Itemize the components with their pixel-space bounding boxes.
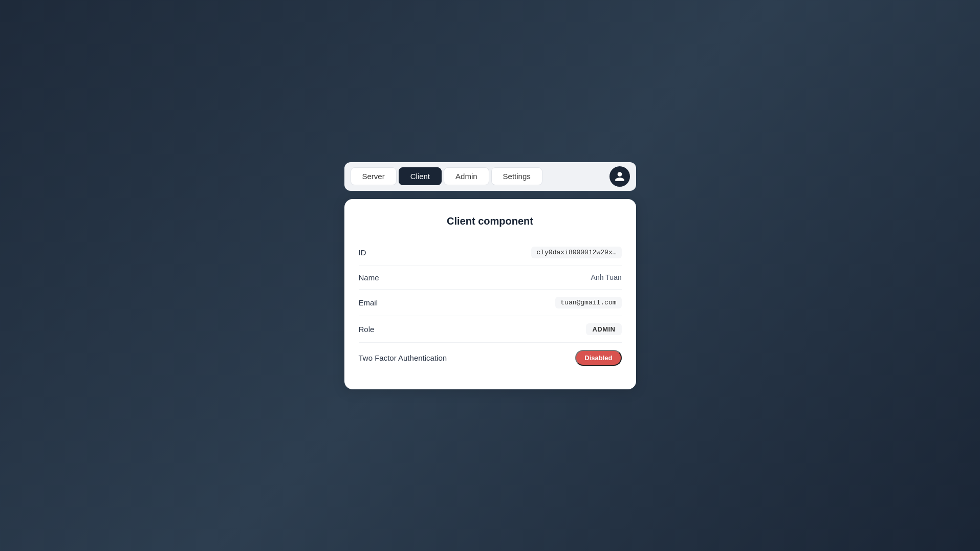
field-value-email: tuan@gmail.com xyxy=(555,297,621,308)
tab-admin[interactable]: Admin xyxy=(444,167,489,185)
content-card: Client component ID cly0daxi8000012w29x…… xyxy=(344,199,636,389)
field-row-id: ID cly0daxi8000012w29x… xyxy=(359,239,622,266)
tab-server[interactable]: Server xyxy=(351,167,397,185)
field-row-role: Role ADMIN xyxy=(359,316,622,343)
field-row-name: Name Anh Tuan xyxy=(359,266,622,290)
nav-bar: Server Client Admin Settings xyxy=(344,162,636,191)
field-label-role: Role xyxy=(359,325,375,334)
field-label-tfa: Two Factor Authentication xyxy=(359,354,447,362)
tab-client[interactable]: Client xyxy=(399,167,442,185)
field-row-tfa: Two Factor Authentication Disabled xyxy=(359,343,622,373)
field-label-name: Name xyxy=(359,273,379,282)
field-value-name: Anh Tuan xyxy=(591,273,622,281)
card-title: Client component xyxy=(359,215,622,227)
field-label-id: ID xyxy=(359,248,366,257)
field-value-id: cly0daxi8000012w29x… xyxy=(531,247,621,258)
user-icon xyxy=(614,171,625,182)
user-avatar[interactable] xyxy=(609,166,630,187)
role-badge: ADMIN xyxy=(586,323,621,335)
tfa-disabled-badge[interactable]: Disabled xyxy=(575,350,621,366)
field-row-email: Email tuan@gmail.com xyxy=(359,290,622,316)
field-label-email: Email xyxy=(359,298,378,307)
tab-settings[interactable]: Settings xyxy=(491,167,542,185)
